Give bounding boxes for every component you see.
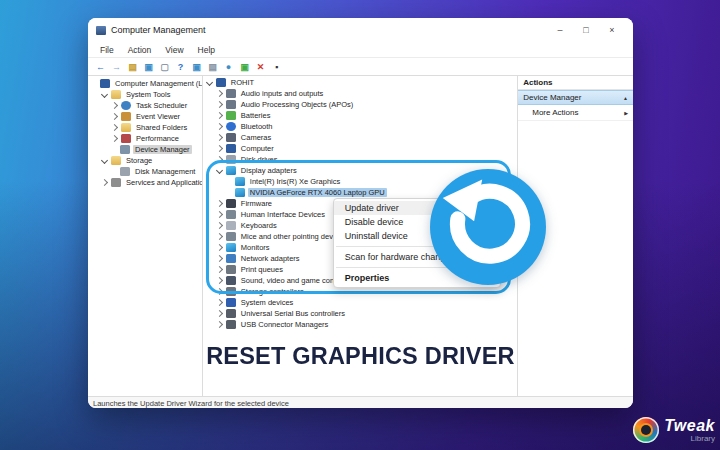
chevron-icon xyxy=(216,277,223,284)
tree-item-icon xyxy=(121,101,131,110)
device-icon xyxy=(216,78,226,87)
tree-item-label: System Tools xyxy=(124,90,172,99)
device-item-system-devices[interactable]: System devices xyxy=(203,297,517,308)
device-icon xyxy=(235,188,245,197)
device-icon xyxy=(226,320,236,329)
device-item-batteries[interactable]: Batteries xyxy=(203,110,517,121)
device-item-cameras[interactable]: Cameras xyxy=(203,132,517,143)
brand-name: Tweak xyxy=(664,418,715,434)
tree-item-label: Device Manager xyxy=(133,145,192,154)
toolbar-disable-device[interactable]: ▪ xyxy=(270,60,283,73)
maximize-button[interactable]: □ xyxy=(573,18,599,42)
device-item-label: USB Connector Managers xyxy=(239,320,331,329)
tree-item-label: Event Viewer xyxy=(134,112,182,121)
chevron-icon xyxy=(216,211,223,218)
tree-item-device-manager[interactable]: Device Manager xyxy=(88,144,202,155)
chevron-icon xyxy=(216,244,223,251)
status-text: Launches the Update Driver Wizard for th… xyxy=(93,399,289,408)
device-item-disk-drives[interactable]: Disk drives xyxy=(203,154,517,165)
action-device-manager[interactable]: Device Manager ▲ xyxy=(518,90,633,105)
menu-action[interactable]: Action xyxy=(122,45,158,55)
tree-item-task-scheduler[interactable]: Task Scheduler xyxy=(88,100,202,111)
toolbar-show-console-tree[interactable]: ▤ xyxy=(126,60,139,73)
chevron-icon xyxy=(216,266,223,273)
toolbar-properties[interactable]: ▣ xyxy=(190,60,203,73)
console-tree-pane: Computer Management (Local) System Tools… xyxy=(88,76,203,396)
tree-item-computer-management[interactable]: Computer Management (Local) xyxy=(88,78,202,89)
device-icon xyxy=(226,100,236,109)
device-item-usb-connector-managers[interactable]: USB Connector Managers xyxy=(203,319,517,330)
toolbar-export-list[interactable]: ▢ xyxy=(158,60,171,73)
device-item-label: Human Interface Devices xyxy=(239,210,327,219)
tree-item-label: Task Scheduler xyxy=(134,101,189,110)
chevron-icon xyxy=(216,134,223,141)
menu-help[interactable]: Help xyxy=(192,45,221,55)
device-icon xyxy=(226,232,236,241)
tree-item-shared-folders[interactable]: Shared Folders xyxy=(88,122,202,133)
toolbar-help[interactable]: ? xyxy=(174,60,187,73)
toolbar-uninstall-device[interactable]: ✕ xyxy=(254,60,267,73)
device-item-label: Audio inputs and outputs xyxy=(239,89,326,98)
toolbar-show-actions-pane[interactable]: ▣ xyxy=(142,60,155,73)
minimize-button[interactable]: – xyxy=(547,18,573,42)
menu-view[interactable]: View xyxy=(159,45,189,55)
tree-item-system-tools[interactable]: System Tools xyxy=(88,89,202,100)
tree-item-event-viewer[interactable]: Event Viewer xyxy=(88,111,202,122)
toolbar-forward[interactable]: → xyxy=(110,60,123,73)
device-item-label: Universal Serial Bus controllers xyxy=(239,309,347,318)
device-item-label: Display adapters xyxy=(239,166,299,175)
tree-item-label: Shared Folders xyxy=(134,123,189,132)
device-item-bluetooth[interactable]: Bluetooth xyxy=(203,121,517,132)
device-item-computer[interactable]: Computer xyxy=(203,143,517,154)
device-icon xyxy=(226,243,236,252)
tree-item-icon xyxy=(111,178,121,187)
device-item-audio-processing[interactable]: Audio Processing Objects (APOs) xyxy=(203,99,517,110)
toolbar-list-view[interactable]: ▤ xyxy=(206,60,219,73)
chevron-icon xyxy=(216,101,223,108)
chevron-icon xyxy=(216,90,223,97)
device-item-rohit[interactable]: ROHIT xyxy=(203,77,517,88)
toolbar-help-bubble[interactable]: ● xyxy=(222,60,235,73)
device-item-audio-inputs[interactable]: Audio inputs and outputs xyxy=(203,88,517,99)
chevron-icon xyxy=(216,112,223,119)
device-item-label: NVIDIA GeForce RTX 4060 Laptop GPU xyxy=(248,188,387,197)
device-icon xyxy=(226,254,236,263)
tree-item-disk-management[interactable]: Disk Management xyxy=(88,166,202,177)
status-bar: Launches the Update Driver Wizard for th… xyxy=(88,396,633,408)
device-icon xyxy=(226,155,236,164)
main-content: Computer Management (Local) System Tools… xyxy=(88,76,633,396)
tree-item-label: Services and Applications xyxy=(124,178,202,187)
tree-item-icon xyxy=(111,90,121,99)
tweak-library-logo-icon xyxy=(633,417,659,443)
tree-item-storage[interactable]: Storage xyxy=(88,155,202,166)
device-item-label: Computer xyxy=(239,144,276,153)
device-item-label: ROHIT xyxy=(229,78,256,87)
tree-item-services-applications[interactable]: Services and Applications xyxy=(88,177,202,188)
close-button[interactable]: × xyxy=(599,18,625,42)
expand-caret-icon[interactable]: ▶ xyxy=(624,110,628,116)
device-icon xyxy=(226,111,236,120)
toolbar-scan-hardware-changes[interactable]: ▣ xyxy=(238,60,251,73)
chevron-icon xyxy=(216,200,223,207)
toolbar-back[interactable]: ← xyxy=(94,60,107,73)
device-icon xyxy=(226,166,236,175)
device-item-usb-controllers[interactable]: Universal Serial Bus controllers xyxy=(203,308,517,319)
collapse-caret-icon[interactable]: ▲ xyxy=(623,95,628,101)
device-item-label: Monitors xyxy=(239,243,272,252)
device-icon xyxy=(226,133,236,142)
tree-item-performance[interactable]: Performance xyxy=(88,133,202,144)
tree-item-icon xyxy=(120,167,130,176)
menu-file[interactable]: File xyxy=(94,45,120,55)
chevron-icon xyxy=(216,145,223,152)
chevron-icon xyxy=(206,79,213,86)
chevron-icon xyxy=(111,113,118,120)
device-icon xyxy=(226,298,236,307)
tree-item-icon xyxy=(121,123,131,132)
action-more-actions[interactable]: More Actions ▶ xyxy=(518,105,633,121)
page-background: Computer Management – □ × FileActionView… xyxy=(0,0,720,450)
app-icon xyxy=(96,26,106,35)
reset-arrow-icon xyxy=(430,169,546,285)
tree-item-icon xyxy=(120,145,130,154)
device-item-label: Network adapters xyxy=(239,254,302,263)
device-item-label: Storage controllers xyxy=(239,287,306,296)
